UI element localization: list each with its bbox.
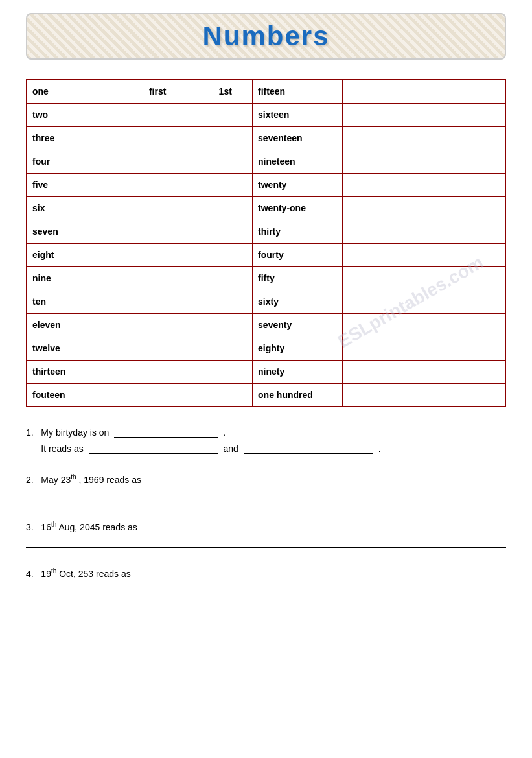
cell-r5-c3: twenty-one <box>253 196 343 220</box>
q2-label: 2. <box>26 475 34 485</box>
cell-r11-c3: eighty <box>253 337 343 360</box>
cell-r1-c5 <box>424 103 505 126</box>
q4-suffix: Oct, 253 reads as <box>59 569 131 579</box>
cell-r1-c2 <box>198 103 253 126</box>
page-title: Numbers <box>202 21 329 51</box>
q2-answer-line <box>26 501 506 501</box>
cell-r4-c5 <box>424 173 505 196</box>
q3-suffix: Aug, 2045 reads as <box>58 521 137 532</box>
cell-r10-c3: seventy <box>253 313 343 337</box>
cell-r12-c3: ninety <box>253 360 343 383</box>
q4-sup: th <box>51 567 56 574</box>
cell-r0-c3: fifteen <box>253 80 343 103</box>
table-row: onefirst1stfifteen <box>27 80 505 103</box>
cell-r10-c2 <box>198 313 253 337</box>
cell-r13-c5 <box>424 383 505 407</box>
cell-r1-c4 <box>343 103 424 126</box>
cell-r11-c1 <box>117 337 198 360</box>
cell-r5-c5 <box>424 196 505 220</box>
q2-sup: th <box>71 473 76 480</box>
q4-answer-line <box>26 595 506 595</box>
cell-r9-c3: sixty <box>253 290 343 313</box>
table-row: elevenseventy <box>27 313 505 337</box>
q4-label: 4. <box>26 569 34 579</box>
cell-r8-c5 <box>424 266 505 290</box>
cell-r11-c0: twelve <box>27 337 117 360</box>
q3-answer-line <box>26 547 506 548</box>
cell-r0-c4 <box>343 80 424 103</box>
q1-blank2 <box>89 443 218 454</box>
table-row: fouteenone hundred <box>27 383 505 407</box>
table-row: threeseventeen <box>27 126 505 150</box>
cell-r5-c1 <box>117 196 198 220</box>
exercises-section: 1. My birtyday is on . It reads as and .… <box>26 427 506 595</box>
cell-r1-c3: sixteen <box>253 103 343 126</box>
cell-r4-c2 <box>198 173 253 196</box>
table-row: fournineteen <box>27 150 505 173</box>
cell-r13-c3: one hundred <box>253 383 343 407</box>
q4-text: 19 <box>41 569 51 579</box>
cell-r9-c0: ten <box>27 290 117 313</box>
cell-r3-c3: nineteen <box>253 150 343 173</box>
cell-r12-c2 <box>198 360 253 383</box>
cell-r5-c0: six <box>27 196 117 220</box>
cell-r9-c5 <box>424 290 505 313</box>
cell-r2-c5 <box>424 126 505 150</box>
cell-r6-c2 <box>198 220 253 243</box>
cell-r12-c5 <box>424 360 505 383</box>
q1-blank1 <box>114 427 218 438</box>
cell-r8-c2 <box>198 266 253 290</box>
cell-r7-c4 <box>343 243 424 266</box>
q1-reads: It reads as <box>41 444 83 454</box>
cell-r13-c4 <box>343 383 424 407</box>
table-row: twosixteen <box>27 103 505 126</box>
cell-r3-c0: four <box>27 150 117 173</box>
cell-r4-c4 <box>343 173 424 196</box>
cell-r5-c2 <box>198 196 253 220</box>
cell-r12-c4 <box>343 360 424 383</box>
cell-r3-c5 <box>424 150 505 173</box>
exercise-3: 3. 16th Aug, 2045 reads as <box>26 521 506 549</box>
cell-r2-c0: three <box>27 126 117 150</box>
cell-r6-c3: thirty <box>253 220 343 243</box>
cell-r13-c2 <box>198 383 253 407</box>
cell-r13-c1 <box>117 383 198 407</box>
cell-r9-c2 <box>198 290 253 313</box>
exercise-4: 4. 19th Oct, 253 reads as <box>26 567 506 595</box>
q2-suffix: , 1969 reads as <box>79 475 142 485</box>
q2-text: May 23 <box>41 475 71 485</box>
cell-r6-c4 <box>343 220 424 243</box>
table-row: tensixty <box>27 290 505 313</box>
cell-r10-c5 <box>424 313 505 337</box>
cell-r3-c2 <box>198 150 253 173</box>
table-row: fivetwenty <box>27 173 505 196</box>
cell-r8-c1 <box>117 266 198 290</box>
cell-r7-c5 <box>424 243 505 266</box>
cell-r0-c2: 1st <box>198 80 253 103</box>
table-row: ninefifty <box>27 266 505 290</box>
table-row: seventhirty <box>27 220 505 243</box>
cell-r8-c4 <box>343 266 424 290</box>
cell-r3-c4 <box>343 150 424 173</box>
cell-r6-c5 <box>424 220 505 243</box>
q1-blank3 <box>244 443 373 454</box>
exercise-1: 1. My birtyday is on . It reads as and . <box>26 427 506 454</box>
cell-r12-c1 <box>117 360 198 383</box>
cell-r10-c4 <box>343 313 424 337</box>
cell-r6-c1 <box>117 220 198 243</box>
cell-r11-c4 <box>343 337 424 360</box>
cell-r10-c1 <box>117 313 198 337</box>
cell-r2-c1 <box>117 126 198 150</box>
cell-r0-c1: first <box>117 80 198 103</box>
q1-label: 1. <box>26 427 34 438</box>
cell-r1-c0: two <box>27 103 117 126</box>
cell-r8-c0: nine <box>27 266 117 290</box>
q1-text: My birtyday is on <box>41 427 109 438</box>
cell-r6-c0: seven <box>27 220 117 243</box>
cell-r7-c3: fourty <box>253 243 343 266</box>
cell-r2-c3: seventeen <box>253 126 343 150</box>
numbers-table: onefirst1stfifteentwosixteenthreesevente… <box>26 79 506 407</box>
cell-r4-c1 <box>117 173 198 196</box>
cell-r0-c5 <box>424 80 505 103</box>
q3-label: 3. <box>26 521 34 532</box>
